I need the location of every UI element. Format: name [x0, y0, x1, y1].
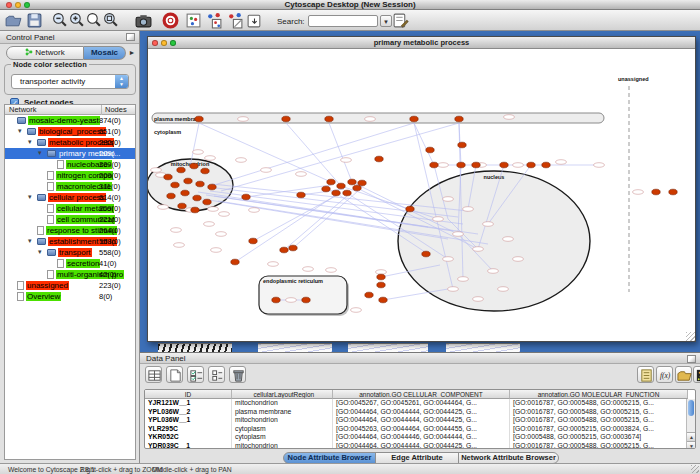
graph-node-label[interactable]: [443, 257, 454, 262]
help-icon[interactable]: [162, 12, 179, 29]
graph-node[interactable]: [337, 183, 345, 189]
background-window-fragment[interactable]: [258, 343, 332, 352]
graph-node[interactable]: [280, 247, 288, 253]
tab-overflow-arrow[interactable]: ►: [128, 46, 136, 60]
table-row[interactable]: YKR052Ccytoplasm[GO:0044464, GO:0044446,…: [145, 433, 688, 442]
zoom-out-icon[interactable]: [51, 12, 68, 29]
graph-node-label[interactable]: [376, 270, 387, 275]
graph-node-label[interactable]: [296, 172, 307, 177]
tree-row[interactable]: nucleobase-209(0): [5, 159, 135, 170]
network-window-titlebar[interactable]: primary metabolic process: [148, 37, 695, 49]
graph-node-label[interactable]: [594, 163, 605, 168]
graph-node[interactable]: [297, 192, 305, 198]
graph-edge[interactable]: [293, 191, 358, 248]
graph-node[interactable]: [171, 182, 179, 188]
graph-node[interactable]: [184, 178, 192, 184]
graph-node-label[interactable]: [219, 212, 230, 217]
graph-node-label[interactable]: [443, 197, 454, 202]
graph-node[interactable]: [327, 179, 335, 185]
window-resize-grip[interactable]: [691, 465, 699, 473]
attribute-dropdown[interactable]: transporter activity ▲▼: [11, 74, 129, 89]
scroll-up-button[interactable]: ▲: [687, 432, 696, 441]
graph-node-label[interactable]: [504, 115, 515, 120]
select-nodes-mode-icon[interactable]: [206, 12, 223, 29]
select-edges-mode-icon[interactable]: [227, 12, 244, 29]
search-dropdown-button[interactable]: ▼: [380, 15, 392, 27]
graph-node[interactable]: [500, 162, 508, 168]
zoom-in-icon[interactable]: [68, 12, 85, 29]
tree-row[interactable]: multi-organism pro42(0): [5, 269, 135, 280]
float-panel-icon[interactable]: [126, 33, 135, 41]
graph-node-label[interactable]: [488, 269, 499, 274]
tree-row[interactable]: ▾primary metabo209(...: [5, 148, 135, 159]
tree-row[interactable]: macromolecule311(0): [5, 181, 135, 192]
graph-node-label[interactable]: [633, 190, 644, 195]
graph-node[interactable]: [365, 292, 373, 298]
graph-node[interactable]: [193, 195, 201, 201]
expand-triangle-icon[interactable]: ▾: [38, 248, 42, 256]
tree-row[interactable]: unassigned223(0): [5, 280, 135, 291]
graph-node[interactable]: [457, 162, 465, 168]
tree-row[interactable]: ▾metabolic process280(0): [5, 137, 135, 148]
import-attributes-icon[interactable]: [675, 366, 692, 383]
graph-node-label[interactable]: [174, 243, 185, 248]
background-window-fragment[interactable]: [446, 343, 520, 352]
graph-node[interactable]: [430, 162, 438, 168]
float-panel-icon[interactable]: [687, 355, 696, 363]
graph-node-label[interactable]: [286, 298, 297, 303]
graph-node-label[interactable]: [171, 228, 182, 233]
frame-resize-grip[interactable]: [686, 332, 695, 341]
tab-network[interactable]: Network: [6, 46, 84, 60]
graph-node[interactable]: [201, 168, 209, 174]
graph-node[interactable]: [249, 238, 257, 244]
graph-node[interactable]: [343, 190, 351, 196]
tree-row[interactable]: ▾establishment of lo558(0): [5, 236, 135, 247]
expand-triangle-icon[interactable]: ▾: [28, 193, 32, 201]
graph-node[interactable]: [422, 251, 430, 257]
graph-node-label[interactable]: [473, 247, 484, 252]
graph-node[interactable]: [669, 189, 677, 195]
graph-node[interactable]: [242, 194, 250, 200]
graph-node[interactable]: [325, 116, 333, 122]
graph-node-label[interactable]: [341, 158, 352, 163]
graph-node[interactable]: [652, 189, 660, 195]
graph-node[interactable]: [191, 207, 199, 213]
tab-mosaic[interactable]: Mosaic: [84, 46, 126, 60]
table-column-header[interactable]: annotation.GO CELLULAR_COMPONENT: [333, 390, 510, 399]
save-icon[interactable]: [26, 12, 43, 29]
graph-node-label[interactable]: [193, 150, 204, 155]
graph-node[interactable]: [322, 186, 330, 192]
graph-node-label[interactable]: [463, 207, 474, 212]
graph-node[interactable]: [282, 116, 290, 122]
table-column-header[interactable]: ID: [145, 390, 232, 399]
graph-node-label[interactable]: [151, 168, 162, 173]
region-plasma-membrane[interactable]: [152, 113, 604, 123]
formula-builder-icon[interactable]: f(x): [656, 366, 673, 383]
tree-row[interactable]: Overview8(0): [5, 291, 135, 302]
table-column-header[interactable]: _cellularLayoutRegion: [232, 390, 333, 399]
graph-node[interactable]: [178, 203, 186, 209]
graph-node-label[interactable]: [158, 205, 169, 210]
attribute-table-icon[interactable]: [145, 366, 162, 383]
graph-node[interactable]: [190, 163, 198, 169]
graph-edge[interactable]: [329, 123, 352, 182]
graph-node-label[interactable]: [365, 117, 376, 122]
graph-node[interactable]: [455, 116, 463, 122]
graph-node-label[interactable]: [351, 308, 362, 313]
graph-node-label[interactable]: [205, 156, 216, 161]
graph-node[interactable]: [348, 179, 356, 185]
graph-node[interactable]: [181, 190, 189, 196]
table-scrollbar[interactable]: ▲ ▼: [686, 399, 695, 449]
tree-row[interactable]: cell communicat221(0): [5, 214, 135, 225]
annotation-icon[interactable]: [246, 12, 263, 29]
region-nucleus[interactable]: [398, 171, 590, 311]
graph-node[interactable]: [379, 297, 387, 303]
tree-row[interactable]: ▾biological_process651(0): [5, 126, 135, 137]
graph-node[interactable]: [302, 297, 310, 303]
graph-node-label[interactable]: [211, 248, 222, 253]
graph-node-label[interactable]: [473, 297, 484, 302]
graph-node-label[interactable]: [458, 277, 469, 282]
attribute-matrix-icon[interactable]: [693, 366, 700, 383]
graph-node-label[interactable]: [261, 168, 272, 173]
tree-row[interactable]: mosaic-demo-yeast874(0): [5, 115, 135, 126]
